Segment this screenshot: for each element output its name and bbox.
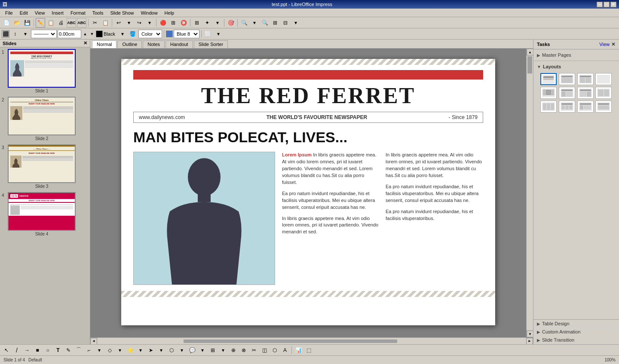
layout-cell-10[interactable] [559, 101, 575, 113]
menu-edit[interactable]: Edit [16, 9, 31, 16]
align-btn[interactable]: ⊞ [208, 346, 218, 355]
scroll-up-button[interactable]: ▲ [527, 49, 533, 55]
undo-button[interactable]: ↩ [114, 18, 123, 28]
symbol-shapes-btn[interactable]: ⭐ [126, 346, 135, 355]
undo-dropdown[interactable]: ▾ [124, 18, 134, 28]
line-style-btn[interactable]: ⬛ [2, 30, 9, 38]
line-arrow-dropdown[interactable]: ▾ [21, 29, 30, 39]
layout-cell-6[interactable] [559, 87, 575, 99]
hscroll-left-btn[interactable]: ◄ [90, 338, 97, 345]
scroll-track[interactable] [527, 55, 533, 330]
chart-button[interactable]: 🔴 [158, 18, 168, 28]
slide-thumb-2[interactable]: Olden Times INSERT YOUR HEADLINE HERE [8, 97, 76, 135]
block-arrows-dropdown[interactable]: ▾ [156, 346, 166, 355]
ellipse-tool[interactable]: ○ [43, 346, 52, 355]
flowchart-dropdown[interactable]: ▾ [177, 346, 187, 355]
view1[interactable]: ⊞ [270, 18, 280, 28]
slides-close-button[interactable]: ✕ [83, 40, 87, 46]
slide-item-4[interactable]: 4 SUN SHINE INSERT YOUR HEADLINE HERE [2, 192, 88, 236]
layout-cell-8[interactable] [595, 87, 612, 99]
vertical-scrollbar[interactable]: ▲ ▼ [526, 49, 533, 337]
shadow-toggle-btn[interactable]: ◫ [260, 346, 269, 355]
edit-button[interactable]: ✏️ [36, 18, 45, 28]
view-dropdown[interactable]: ▾ [291, 18, 300, 28]
slide-thumb-4[interactable]: SUN SHINE INSERT YOUR HEADLINE HERE [8, 192, 76, 231]
symbol-shapes-dropdown[interactable]: ▾ [136, 346, 145, 355]
snap-button[interactable]: ✦ [202, 18, 212, 28]
hscroll-right-btn[interactable]: ► [526, 338, 533, 345]
clip-btn[interactable]: ✂ [249, 346, 259, 355]
slide-thumb-1[interactable]: THE RED FERRET MAN BITES POLECAT, LIVES.… [8, 49, 76, 88]
spellcheck-button2[interactable]: ABC [77, 18, 86, 28]
slide-item-2[interactable]: 2 Olden Times INSERT YOUR HEADLINE HERE [2, 97, 88, 141]
slide-item-3[interactable]: 3 — Olden Times — INSERT YOUR HEADLINE H… [2, 144, 88, 189]
new-button[interactable]: 📄 [2, 18, 11, 28]
line-style-select[interactable]: ────── [31, 30, 57, 38]
maximize-button[interactable]: □ [604, 2, 610, 7]
points-btn[interactable]: ⬡ [270, 346, 279, 355]
layout-cell-7[interactable] [577, 87, 594, 99]
group-btn[interactable]: ⊕ [229, 346, 238, 355]
size-spin-up[interactable]: ▲ [82, 29, 88, 39]
line-tool[interactable]: / [12, 346, 21, 355]
flowchart-btn[interactable]: ⬡ [167, 346, 176, 355]
toggle-extrude-btn[interactable]: ⬚ [304, 346, 313, 355]
redo-button[interactable]: ↪ [135, 18, 144, 28]
menu-insert[interactable]: Insert [48, 9, 67, 16]
tab-slide-sorter[interactable]: Slide Sorter [194, 40, 228, 48]
connector-tool[interactable]: ⌐ [84, 346, 94, 355]
tab-notes[interactable]: Notes [143, 40, 165, 48]
print-button[interactable]: 🖨 [56, 18, 66, 28]
slide-thumb-3[interactable]: — Olden Times — INSERT YOUR HEADLINE HER… [8, 144, 76, 183]
pdf-button[interactable]: 📋 [46, 18, 55, 28]
layout-cell-2[interactable] [559, 73, 575, 85]
zoom-dropdown[interactable]: ▾ [250, 18, 259, 28]
size-spin-down[interactable]: ▼ [89, 29, 95, 39]
hscroll-track[interactable] [98, 340, 525, 343]
arrow-tool[interactable]: ↖ [2, 346, 11, 355]
scroll-down-button[interactable]: ▼ [527, 330, 533, 337]
size-input[interactable] [58, 30, 81, 38]
shapes-dropdown[interactable]: ▾ [95, 346, 104, 355]
tab-handout[interactable]: Handout [165, 40, 193, 48]
block-arrows-btn[interactable]: ➤ [146, 346, 156, 355]
fill-type-select[interactable]: Color [138, 30, 162, 38]
tab-normal[interactable]: Normal [92, 40, 116, 48]
curve-tool[interactable]: ⌒ [74, 346, 83, 355]
fill-color-select[interactable]: Blue 8 [174, 30, 199, 38]
layout-cell-4[interactable] [595, 73, 612, 85]
table-button[interactable]: ⊞ [169, 18, 178, 28]
copy-button[interactable]: 📋 [101, 18, 110, 28]
menu-file[interactable]: File [2, 9, 16, 16]
arrow-line-tool[interactable]: → [22, 346, 32, 355]
insert-chart-btn[interactable]: 📊 [294, 346, 303, 355]
layout-cell-5[interactable] [540, 87, 557, 99]
color-dropdown[interactable]: ▾ [118, 29, 127, 39]
callout-btn[interactable]: 💬 [187, 346, 197, 355]
slide-item-1[interactable]: 1 THE RED FERRET MAN BITES POLECAT, LIVE… [2, 49, 88, 93]
save-button[interactable]: 💾 [22, 18, 32, 28]
callout-dropdown[interactable]: ▾ [198, 346, 207, 355]
redo-dropdown[interactable]: ▾ [145, 18, 154, 28]
shadow-dropdown[interactable]: ▾ [214, 29, 223, 39]
basic-shapes-btn[interactable]: ◇ [105, 346, 114, 355]
layout-cell-12[interactable] [595, 101, 612, 113]
layout-cell-1[interactable] [540, 73, 557, 85]
master-pages-toggle[interactable]: ▶ Master Pages [537, 51, 616, 59]
slides-list[interactable]: 1 THE RED FERRET MAN BITES POLECAT, LIVE… [0, 47, 90, 344]
snap-dropdown[interactable]: ▾ [213, 18, 222, 28]
slide-transition-item[interactable]: ▶ Slide Transition [533, 336, 619, 344]
zoom-out[interactable]: 🔍 [260, 18, 270, 28]
tab-outline[interactable]: Outline [117, 40, 142, 48]
paint-bucket[interactable]: 🪣 [128, 29, 138, 39]
menu-help[interactable]: Help [161, 9, 178, 16]
layouts-toggle[interactable]: ▼ Layouts [537, 63, 616, 70]
ungroup-btn[interactable]: ⊗ [239, 346, 248, 355]
freehand-tool[interactable]: ✎ [64, 346, 73, 355]
minimize-button[interactable]: ─ [597, 2, 603, 7]
cut-button[interactable]: ✂ [90, 18, 100, 28]
close-button[interactable]: ✕ [610, 2, 616, 7]
align-dropdown[interactable]: ▾ [218, 346, 228, 355]
zoom-in[interactable]: 🔍 [239, 18, 249, 28]
menu-tools[interactable]: Tools [89, 9, 107, 16]
